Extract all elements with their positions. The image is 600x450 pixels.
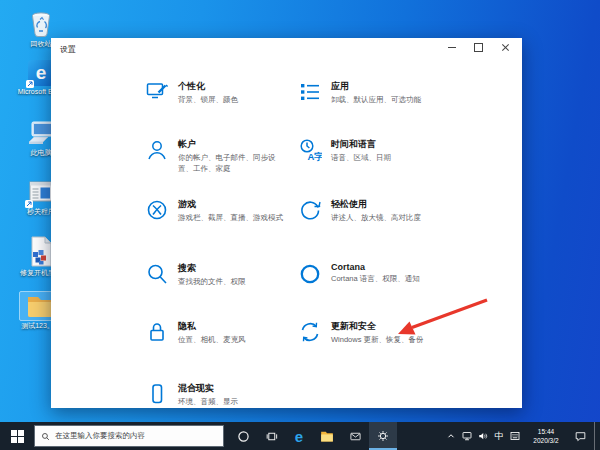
accounts-icon: [145, 138, 169, 162]
cortana-icon: [298, 262, 322, 286]
xbox-icon: [145, 198, 169, 222]
action-center-button[interactable]: [569, 422, 591, 450]
time-language-icon: A字: [298, 138, 322, 162]
category-title: 轻松使用: [331, 198, 467, 211]
ease-of-access-icon: [298, 198, 322, 222]
personalization-icon: [145, 80, 169, 104]
close-button[interactable]: [492, 40, 519, 55]
category-personalization[interactable]: 个性化 背景、锁屏、颜色: [145, 80, 290, 106]
category-subtitle: 环境、音频、显示: [178, 397, 290, 408]
network-icon: [461, 430, 473, 442]
category-title: 帐户: [178, 138, 290, 151]
apps-icon: [298, 80, 322, 104]
clock-time: 15:44: [523, 427, 569, 436]
svg-text:A字: A字: [308, 151, 323, 162]
system-tray: 中 15:44 2020/3/2: [443, 422, 600, 450]
category-subtitle: 卸载、默认应用、可选功能: [331, 95, 467, 106]
category-subtitle: 你的帐户、电子邮件、同步设置、工作、家庭: [178, 153, 290, 175]
category-title: 搜索: [178, 262, 290, 275]
task-view-button[interactable]: [257, 422, 285, 450]
taskbar-clock[interactable]: 15:44 2020/3/2: [523, 427, 569, 446]
category-update-security[interactable]: 更新和安全 Windows 更新、恢复、备份: [298, 320, 467, 346]
category-subtitle: 讲述人、放大镜、高对比度: [331, 213, 467, 224]
action-center-icon: [574, 430, 587, 443]
recycle-bin-icon: [27, 8, 55, 38]
desktop-background: 回收站 e Microsoft Edge 此电脑: [0, 0, 600, 450]
tray-expand-button[interactable]: [443, 422, 459, 450]
lock-icon: [145, 320, 169, 344]
cortana-ring-icon: [237, 430, 250, 443]
shortcut-arrow-icon: [26, 80, 34, 88]
category-subtitle: 背景、锁屏、颜色: [178, 95, 290, 106]
touch-keyboard-button[interactable]: [507, 422, 523, 450]
category-subtitle: Windows 更新、恢复、备份: [331, 335, 467, 346]
mail-button[interactable]: [341, 422, 369, 450]
search-placeholder: 在这里输入你要搜索的内容: [55, 431, 145, 441]
start-button[interactable]: [0, 422, 34, 450]
cortana-taskbar-button[interactable]: [229, 422, 257, 450]
mixed-reality-icon: [145, 382, 169, 406]
file-explorer-button[interactable]: [313, 422, 341, 450]
settings-taskbar-button[interactable]: [369, 422, 397, 450]
category-title: Cortana: [331, 262, 467, 272]
taskbar-search-input[interactable]: 在这里输入你要搜索的内容: [34, 425, 224, 447]
window-title: 设置: [60, 44, 76, 55]
chevron-up-icon: [446, 431, 456, 441]
speaker-icon: [477, 430, 489, 442]
category-title: 隐私: [178, 320, 290, 333]
category-title: 游戏: [178, 198, 290, 211]
category-cortana[interactable]: Cortana Cortana 语言、权限、通知: [298, 262, 467, 286]
network-tray-button[interactable]: [459, 422, 475, 450]
category-accounts[interactable]: 帐户 你的帐户、电子邮件、同步设置、工作、家庭: [145, 138, 290, 175]
volume-tray-button[interactable]: [475, 422, 491, 450]
taskbar: 在这里输入你要搜索的内容 e: [0, 422, 600, 450]
show-desktop-button[interactable]: [594, 422, 600, 450]
edge-taskbar-button[interactable]: e: [285, 422, 313, 450]
category-subtitle: 位置、相机、麦克风: [178, 335, 290, 346]
maximize-button[interactable]: [465, 40, 492, 55]
settings-window: 设置 个性化 背景、锁屏、颜色 帐户 你的帐户、电子邮件、同步设置、工作、家庭: [51, 38, 522, 408]
category-time-language[interactable]: A字 时间和语言 语音、区域、日期: [298, 138, 467, 164]
task-view-icon: [265, 430, 278, 443]
category-title: 混合现实: [178, 382, 290, 395]
close-icon: [501, 43, 510, 52]
window-controls: [438, 40, 519, 55]
shortcut-arrow-icon: [25, 200, 33, 208]
category-ease-of-access[interactable]: 轻松使用 讲述人、放大镜、高对比度: [298, 198, 467, 224]
category-title: 时间和语言: [331, 138, 467, 151]
category-privacy[interactable]: 隐私 位置、相机、麦克风: [145, 320, 290, 346]
clock-date: 2020/3/2: [523, 436, 569, 445]
minimize-button[interactable]: [438, 40, 465, 55]
edge-icon: e: [295, 429, 303, 444]
desktop-icon-label: 回收站: [31, 40, 52, 49]
category-title: 应用: [331, 80, 467, 93]
category-title: 个性化: [178, 80, 290, 93]
category-apps[interactable]: 应用 卸载、默认应用、可选功能: [298, 80, 467, 106]
taskbar-app-icons: e: [229, 422, 397, 450]
file-explorer-icon: [320, 430, 334, 443]
mail-icon: [349, 430, 362, 443]
maximize-icon: [474, 43, 483, 52]
category-subtitle: 语音、区域、日期: [331, 153, 467, 164]
minimize-icon: [448, 47, 456, 48]
category-title: 更新和安全: [331, 320, 467, 333]
update-security-icon: [298, 320, 322, 344]
category-gaming[interactable]: 游戏 游戏栏、截屏、直播、游戏模式: [145, 198, 290, 224]
category-subtitle: 游戏栏、截屏、直播、游戏模式: [178, 213, 290, 224]
gear-icon: [376, 429, 390, 443]
ime-indicator[interactable]: 中: [491, 422, 507, 450]
search-category-icon: [145, 262, 169, 286]
windows-logo-icon: [11, 430, 24, 443]
category-search[interactable]: 搜索 查找我的文件、权限: [145, 262, 290, 288]
category-subtitle: Cortana 语言、权限、通知: [331, 274, 467, 285]
desktop-icon-label: 此电脑: [31, 149, 52, 158]
category-mixed-reality[interactable]: 混合现实 环境、音频、显示: [145, 382, 290, 408]
category-subtitle: 查找我的文件、权限: [178, 277, 290, 288]
search-icon: [41, 432, 50, 441]
touch-keyboard-icon: [509, 430, 521, 442]
